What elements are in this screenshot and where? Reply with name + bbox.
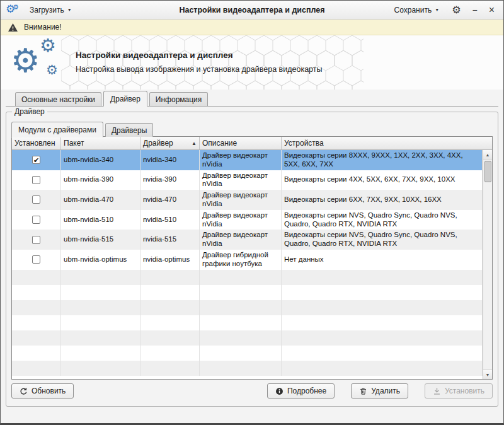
load-menu-button[interactable]: Загрузить ▼ xyxy=(25,3,77,17)
tab-main-settings[interactable]: Основные настройки xyxy=(15,92,101,106)
info-icon xyxy=(275,387,284,395)
minimize-icon: − xyxy=(472,5,477,15)
empty-row xyxy=(12,270,483,285)
page-header: ⚙ ⚙ ⚙ Настройки видеоадаптера и дисплея … xyxy=(1,35,503,90)
tab-information[interactable]: Информация xyxy=(149,92,208,106)
cell-package: ubm-nvidia-515 xyxy=(61,230,140,250)
table-row[interactable]: ubm-nvidia-390 nvidia-390 Драйвер видеок… xyxy=(12,170,483,190)
action-buttons: Обновить Подробнее Удалить xyxy=(11,380,493,406)
close-button[interactable]: × xyxy=(485,4,498,16)
table-row[interactable]: ubm-nvidia-515 nvidia-515 Драйвер видеок… xyxy=(12,230,483,250)
cell-devices: Видеокарты серии 6XX, 7XX, 9XX, 10XX, 16… xyxy=(282,190,483,210)
table-header: Установлен Пакет Драйвер ▲ Описание Устр… xyxy=(12,137,492,150)
header-text: Настройки видеоадаптера и дисплея Настро… xyxy=(76,50,323,74)
scroll-up-icon[interactable]: ▲ xyxy=(483,150,492,160)
refresh-button[interactable]: Обновить xyxy=(11,383,74,399)
empty-row xyxy=(12,346,483,361)
main-tabs: Основные настройки Драйвер Информация xyxy=(6,91,498,107)
cell-driver: nvidia-340 xyxy=(140,150,200,170)
cell-description: Драйвер гибридной графики ноутбука xyxy=(200,250,282,270)
cell-devices: Видеокарты серии NVS, Quadro Sync, Quadr… xyxy=(282,210,483,230)
download-icon xyxy=(433,387,441,395)
installed-checkbox[interactable] xyxy=(32,216,40,224)
details-label: Подробнее xyxy=(287,387,326,395)
scroll-down-icon[interactable]: ▼ xyxy=(483,370,492,379)
column-label: Установлен xyxy=(14,139,55,148)
empty-row xyxy=(12,330,483,346)
load-menu-label: Загрузить xyxy=(30,6,64,15)
cell-package: ubm-nvidia-optimus xyxy=(61,250,140,270)
column-label: Пакет xyxy=(64,139,84,148)
cell-devices: Нет данных xyxy=(282,250,483,270)
minimize-button[interactable]: − xyxy=(468,4,481,16)
cell-description: Драйвер видеокарт nVidia xyxy=(200,150,282,170)
table-row[interactable]: ubm-nvidia-510 nvidia-510 Драйвер видеок… xyxy=(12,210,483,230)
titlebar: ⚙ ⚙ Загрузить ▼ Настройки видеоадаптера … xyxy=(1,1,503,20)
column-label: Драйвер xyxy=(143,139,173,148)
column-header-driver[interactable]: Драйвер ▲ xyxy=(140,137,200,149)
empty-row xyxy=(12,300,483,315)
cell-description: Драйвер видеокарт nVidia xyxy=(200,170,282,190)
table-body: ✔ ubm-nvidia-340 nvidia-340 Драйвер виде… xyxy=(12,150,483,379)
install-button[interactable]: Установить xyxy=(425,383,493,399)
cell-package: ubm-nvidia-390 xyxy=(61,170,140,190)
chevron-down-icon: ▼ xyxy=(435,8,439,12)
column-header-installed[interactable]: Установлен xyxy=(12,137,61,149)
warning-label: Внимание! xyxy=(24,23,62,32)
cell-package: ubm-nvidia-340 xyxy=(61,150,140,170)
gears-illustration-icon: ⚙ ⚙ ⚙ xyxy=(11,37,74,90)
tab-driver-modules[interactable]: Модули с драйверами xyxy=(11,122,103,137)
close-icon: × xyxy=(489,4,495,15)
page-subtitle: Настройка вывода изображения и установка… xyxy=(76,65,323,74)
gear-icon: ⚙ xyxy=(11,44,40,77)
installed-checkbox[interactable] xyxy=(32,236,40,244)
cell-description: Драйвер видеокарт nVidia xyxy=(200,190,282,210)
tab-drivers[interactable]: Драйверы xyxy=(105,123,153,137)
delete-button[interactable]: Удалить xyxy=(351,383,408,399)
cell-driver: nvidia-510 xyxy=(140,210,200,230)
gear-icon: ⚙ xyxy=(13,0,19,14)
column-header-package[interactable]: Пакет xyxy=(61,137,140,149)
cell-devices: Видеокарты серии 8XXX, 9XXX, 1XX, 2XX, 3… xyxy=(282,150,483,170)
warning-banner: Внимание! xyxy=(1,20,503,35)
content-area: Основные настройки Драйвер Информация Др… xyxy=(1,90,503,423)
titlebar-left: ⚙ ⚙ Загрузить ▼ xyxy=(6,3,77,17)
scrollbar-thumb[interactable] xyxy=(484,161,491,182)
installed-checkbox[interactable] xyxy=(32,176,40,184)
gear-icon: ⚙ xyxy=(46,63,58,76)
cell-driver: nvidia-optimus xyxy=(140,250,200,270)
table-body-wrap: ✔ ubm-nvidia-340 nvidia-340 Драйвер виде… xyxy=(12,150,492,379)
installed-checkbox[interactable] xyxy=(32,255,40,264)
vertical-scrollbar[interactable]: ▲ ▼ xyxy=(483,150,492,379)
install-label: Установить xyxy=(445,387,484,395)
chevron-down-icon: ▼ xyxy=(67,8,72,12)
table-row[interactable]: ✔ ubm-nvidia-340 nvidia-340 Драйвер виде… xyxy=(12,150,483,170)
installed-checkbox[interactable] xyxy=(32,195,40,204)
save-menu-label: Сохранить xyxy=(394,6,432,15)
tab-driver[interactable]: Драйвер xyxy=(103,91,147,107)
trash-icon xyxy=(359,387,367,395)
details-button[interactable]: Подробнее xyxy=(267,383,335,399)
gear-icon: ⚙ xyxy=(40,37,56,55)
driver-groupbox: Драйвер Модули с драйверами Драйверы Уст… xyxy=(6,112,498,407)
empty-row xyxy=(12,361,483,376)
save-menu-button[interactable]: Сохранить ▼ xyxy=(389,3,445,17)
cell-package: ubm-nvidia-510 xyxy=(61,210,140,230)
table-row[interactable]: ubm-nvidia-optimus nvidia-optimus Драйве… xyxy=(12,250,483,270)
settings-gear-button[interactable]: ⚙ xyxy=(448,4,464,16)
cell-description: Драйвер видеокарт nVidia xyxy=(200,230,282,250)
driver-modules-table: Установлен Пакет Драйвер ▲ Описание Устр… xyxy=(11,136,493,380)
refresh-label: Обновить xyxy=(32,387,66,395)
delete-label: Удалить xyxy=(371,387,400,395)
cell-package: ubm-nvidia-470 xyxy=(61,190,140,210)
warning-triangle-icon xyxy=(8,23,18,32)
driver-subtabs: Модули с драйверами Драйверы xyxy=(11,121,493,137)
installed-checkbox[interactable]: ✔ xyxy=(32,156,40,164)
scrollbar-track[interactable] xyxy=(483,160,492,370)
table-row[interactable]: ubm-nvidia-470 nvidia-470 Драйвер видеок… xyxy=(12,190,483,210)
column-header-description[interactable]: Описание xyxy=(200,137,282,149)
column-header-devices[interactable]: Устройства xyxy=(282,137,492,149)
column-label: Описание xyxy=(202,139,237,148)
titlebar-right: Сохранить ▼ ⚙ − × xyxy=(389,3,498,17)
gear-icon: ⚙ xyxy=(452,4,461,15)
